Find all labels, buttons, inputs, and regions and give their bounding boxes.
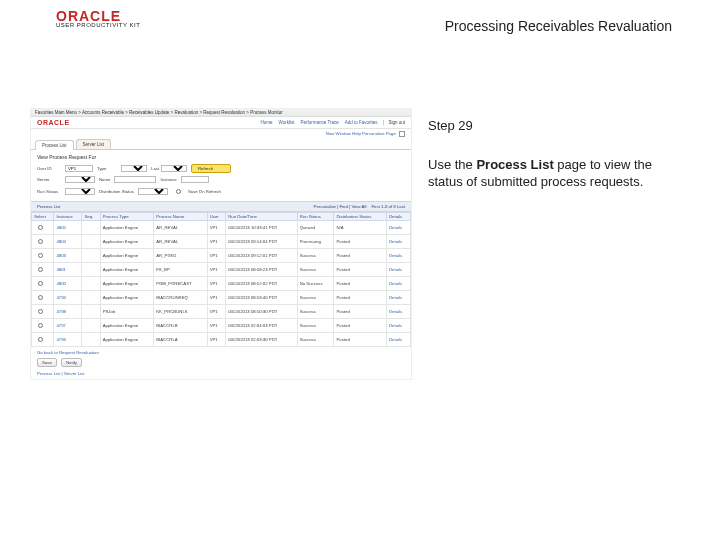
cell-details-link[interactable]: Details xyxy=(387,277,411,291)
col-process-type[interactable]: Process Type xyxy=(100,213,154,221)
cell-run-status: Success xyxy=(297,263,334,277)
cell-process-name: BIACCRUNREQ xyxy=(154,291,207,305)
cell-user: VP1 xyxy=(207,319,226,333)
sign-out-link[interactable]: Sign out xyxy=(383,120,405,125)
cell-seq xyxy=(82,291,100,305)
cell-dist-status: Posted xyxy=(334,291,387,305)
row-select-checkbox[interactable] xyxy=(38,225,43,230)
cell-process-type: Application Engine xyxy=(100,235,154,249)
cell-process-name: FS_BP xyxy=(154,263,207,277)
step-label: Step 29 xyxy=(428,118,672,135)
list-personalize[interactable]: Personalize | Find | View All xyxy=(314,204,367,209)
page-title: Processing Receivables Revaluation xyxy=(445,18,672,34)
cell-instance[interactable]: 4805 xyxy=(54,221,82,235)
cell-instance[interactable]: 4796 xyxy=(54,333,82,347)
cell-user: VP1 xyxy=(207,263,226,277)
server-select[interactable] xyxy=(65,176,95,183)
row-select-checkbox[interactable] xyxy=(38,253,43,258)
instruction-bold: Process List xyxy=(476,157,553,172)
col-details[interactable]: Details xyxy=(387,213,411,221)
cell-dist-status: Posted xyxy=(334,235,387,249)
cell-instance[interactable]: 4798 xyxy=(54,305,82,319)
refresh-button[interactable]: Refresh xyxy=(191,164,231,173)
cell-run-status: Success xyxy=(297,291,334,305)
cell-process-name: PGM_FORECAST xyxy=(154,277,207,291)
save-on-refresh-checkbox[interactable] xyxy=(176,189,181,194)
row-select-checkbox[interactable] xyxy=(38,267,43,272)
cell-user: VP1 xyxy=(207,333,226,347)
col-user[interactable]: User xyxy=(207,213,226,221)
table-row: 4801Application EngineFS_BPVP104/24/2013… xyxy=(32,263,411,277)
col-instance[interactable]: Instance xyxy=(54,213,82,221)
row-select-checkbox[interactable] xyxy=(38,281,43,286)
last-unit-select[interactable]: Days xyxy=(161,165,187,172)
cell-details-link[interactable]: Details xyxy=(387,305,411,319)
save-button[interactable]: Save xyxy=(37,358,57,367)
cell-dist-status: N/A xyxy=(334,221,387,235)
notify-button[interactable]: Notify xyxy=(61,358,82,367)
col-run-status[interactable]: Run Status xyxy=(297,213,334,221)
cell-instance[interactable]: 4800 xyxy=(54,277,82,291)
cell-details-link[interactable]: Details xyxy=(387,291,411,305)
row-select-checkbox[interactable] xyxy=(38,337,43,342)
cell-instance[interactable]: 4803 xyxy=(54,249,82,263)
cell-process-name: AR_REVAL xyxy=(154,235,207,249)
cell-details-link[interactable]: Details xyxy=(387,221,411,235)
page-tabs: Process List Server List xyxy=(31,139,411,150)
cell-process-type: Application Engine xyxy=(100,221,154,235)
cell-run-datetime: 04/24/2013 08:53:40 PDT xyxy=(226,291,297,305)
table-row: 4797Application EngineBIACCRLBVP104/23/2… xyxy=(32,319,411,333)
nav-perf-trace[interactable]: Performance Trace xyxy=(300,120,338,125)
breadcrumb: Favorites Main Menu > Accounts Receivabl… xyxy=(31,109,411,117)
tab-process-list[interactable]: Process List xyxy=(35,140,74,150)
cell-seq xyxy=(82,319,100,333)
cell-run-status: Processing xyxy=(297,235,334,249)
col-dist-status[interactable]: Distribution Status xyxy=(334,213,387,221)
col-select[interactable]: Select xyxy=(32,213,54,221)
cell-process-name: AR_REVAL xyxy=(154,221,207,235)
cell-run-datetime: 04/23/2013 02:04:03 PDT xyxy=(226,319,297,333)
cell-process-name: BIACCRLA xyxy=(154,333,207,347)
table-row: 4804Application EngineAR_REVALVP104/24/2… xyxy=(32,235,411,249)
cell-details-link[interactable]: Details xyxy=(387,319,411,333)
col-process-name[interactable]: Process Name xyxy=(154,213,207,221)
col-run-datetime[interactable]: Run Date/Time xyxy=(226,213,297,221)
instruction-panel: Step 29 Use the Process List page to vie… xyxy=(428,118,672,191)
type-select[interactable] xyxy=(121,165,147,172)
cell-details-link[interactable]: Details xyxy=(387,235,411,249)
cell-dist-status: Posted xyxy=(334,277,387,291)
cell-details-link[interactable]: Details xyxy=(387,263,411,277)
user-id-input[interactable] xyxy=(65,165,93,172)
row-select-checkbox[interactable] xyxy=(38,239,43,244)
list-range[interactable]: First 1-9 of 9 Last xyxy=(372,204,405,209)
cell-dist-status: Posted xyxy=(334,333,387,347)
app-toolbar: Home Worklist Performance Trace Add to F… xyxy=(261,120,405,125)
cell-process-type: Application Engine xyxy=(100,319,154,333)
nav-worklist[interactable]: Worklist xyxy=(279,120,295,125)
run-status-label: Run Status xyxy=(37,189,61,194)
nav-home[interactable]: Home xyxy=(261,120,273,125)
row-select-checkbox[interactable] xyxy=(38,295,43,300)
window-tools-text[interactable]: New Window Help Personalize Page xyxy=(326,131,396,136)
row-select-checkbox[interactable] xyxy=(38,309,43,314)
cell-details-link[interactable]: Details xyxy=(387,333,411,347)
cell-instance[interactable]: 4797 xyxy=(54,319,82,333)
cell-run-datetime: 04/23/2013 02:03:30 PDT xyxy=(226,333,297,347)
process-table: Select Instance Seq. Process Type Proces… xyxy=(31,212,411,347)
cell-details-link[interactable]: Details xyxy=(387,249,411,263)
col-seq[interactable]: Seq. xyxy=(82,213,100,221)
tab-server-list[interactable]: Server List xyxy=(76,139,112,149)
run-status-select[interactable] xyxy=(65,188,95,195)
name-input[interactable] xyxy=(114,176,156,183)
dist-status-select[interactable] xyxy=(138,188,168,195)
cell-instance[interactable]: 4804 xyxy=(54,235,82,249)
instance-input[interactable] xyxy=(181,176,209,183)
row-select-checkbox[interactable] xyxy=(38,323,43,328)
save-on-refresh-label: Save On Refresh xyxy=(188,189,221,194)
go-back-link[interactable]: Go back to Request Revaluation xyxy=(37,350,405,355)
nav-add-favorites[interactable]: Add to Favorites xyxy=(345,120,378,125)
cell-instance[interactable]: 4801 xyxy=(54,263,82,277)
cell-run-status: Success xyxy=(297,333,334,347)
cell-instance[interactable]: 4799 xyxy=(54,291,82,305)
footer-tab-links[interactable]: Process List | Server List xyxy=(37,371,405,376)
